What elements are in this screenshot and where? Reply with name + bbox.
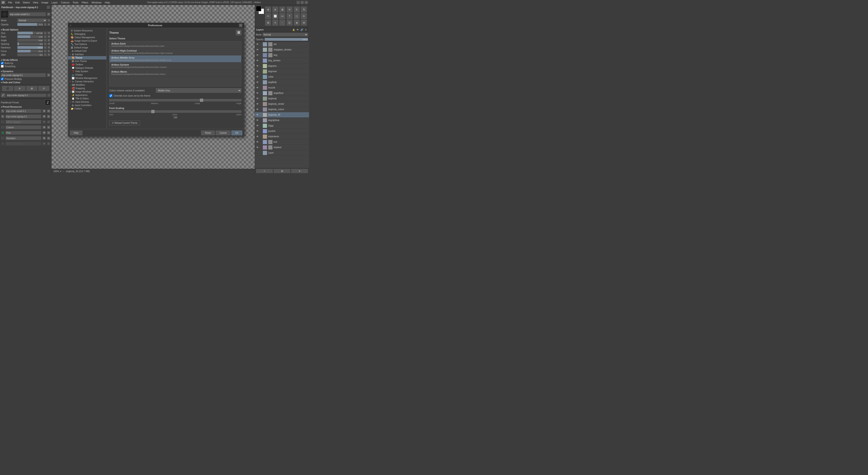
nav-item-theme[interactable]: 🎨 Theme bbox=[68, 56, 106, 60]
tool-eraser[interactable]: ◻ bbox=[293, 13, 300, 19]
smoothing-checkbox[interactable] bbox=[1, 65, 4, 68]
minimize-button[interactable]: − bbox=[296, 1, 300, 4]
layer-item-19[interactable]: 👁 shipfeet bbox=[255, 145, 309, 150]
dialog-close-button[interactable]: × bbox=[239, 24, 242, 27]
hardness-slider[interactable]: 100.0 bbox=[17, 46, 43, 49]
preset-item-action-2[interactable]: ⊡ bbox=[47, 120, 51, 124]
font-scale-track[interactable] bbox=[109, 110, 241, 113]
preset-item-action-4[interactable]: ⊡ bbox=[47, 131, 51, 134]
tool-zoom-in[interactable]: ⊕ bbox=[265, 6, 271, 13]
layers-link-icon[interactable]: 🔗 bbox=[300, 28, 304, 31]
layer-vis-16[interactable]: 👁 bbox=[256, 130, 259, 133]
layer-duplicate-btn[interactable]: ⊞ bbox=[274, 169, 291, 173]
nav-item-image-import-export[interactable]: 📤 Image Import & Export bbox=[68, 39, 106, 42]
layer-item-7[interactable]: 👁 dogBelly bbox=[255, 80, 309, 85]
pressure-multiply-checkbox[interactable] bbox=[1, 77, 4, 80]
nav-item-snapping[interactable]: 🧲 Snapping bbox=[68, 87, 106, 90]
dynamics-header[interactable]: Dynamics bbox=[1, 70, 51, 73]
layer-vis-11[interactable]: 👁 bbox=[256, 102, 259, 106]
colour-scheme-select[interactable]: Middle Grey Dark Light bbox=[156, 88, 241, 93]
tool-extra-4[interactable]: ⊡ bbox=[286, 20, 293, 26]
brush-reset-button[interactable]: ↺ bbox=[47, 12, 51, 16]
override-icon-checkbox[interactable] bbox=[109, 94, 113, 97]
layers-opacity-slider[interactable]: 100.0 bbox=[265, 38, 308, 41]
opacity-slider[interactable]: 77.0 bbox=[17, 23, 43, 26]
ratio-slider[interactable]: 1.00 bbox=[17, 35, 43, 38]
nav-item-icon-theme[interactable]: 🖼 Icon Theme bbox=[68, 60, 106, 63]
layer-item-0[interactable]: 👁 ufo bbox=[255, 42, 309, 47]
panel-menu-icon[interactable] bbox=[47, 6, 50, 9]
preset-item-vis-6[interactable]: 👁 bbox=[42, 142, 46, 146]
preset-item-vis-0[interactable]: 👁 bbox=[42, 109, 46, 113]
preset-item-vis-2[interactable]: 👁 bbox=[42, 120, 46, 124]
layer-item-16[interactable]: 👁 joystick bbox=[255, 128, 309, 134]
menu-edit[interactable]: Edit bbox=[14, 1, 21, 4]
zoom-control[interactable]: 100% ▾ bbox=[53, 170, 61, 172]
opacity-minus[interactable]: − bbox=[44, 23, 47, 26]
theme-item-0[interactable]: Artbox-Dark/home/mark/code/gnome/share/a… bbox=[110, 41, 241, 49]
tool-action-3[interactable]: ⊞ bbox=[26, 86, 37, 91]
buildup-checkbox[interactable] bbox=[1, 62, 4, 64]
icon-size-handle[interactable] bbox=[200, 99, 203, 102]
layer-item-8[interactable]: 👁 muzzle bbox=[255, 85, 309, 91]
layer-delete-btn[interactable]: ✕ bbox=[291, 169, 308, 173]
help-button[interactable]: Help bbox=[70, 130, 82, 135]
nav-item-folders[interactable]: 📁 Folders bbox=[68, 107, 106, 110]
preset-item-action-3[interactable]: ⊡ bbox=[47, 126, 51, 129]
font-scale-handle[interactable] bbox=[151, 110, 155, 113]
active-brush-menu[interactable] bbox=[47, 94, 51, 97]
layer-vis-20[interactable] bbox=[256, 151, 259, 155]
force-slider[interactable]: 51.0 bbox=[17, 50, 43, 53]
reset-button[interactable]: Reset bbox=[201, 130, 215, 135]
layer-vis-14[interactable]: 👁 bbox=[256, 119, 259, 122]
layer-item-11[interactable]: 👁 dogbody_stroke bbox=[255, 101, 309, 107]
layer-item-13[interactable]: 👁 dogbody_fill bbox=[255, 112, 309, 118]
tool-action-4[interactable]: ↺ bbox=[38, 86, 50, 91]
layers-lock-icon[interactable]: 🔒 bbox=[292, 28, 296, 31]
preset-item-action-0[interactable]: ⊡ bbox=[47, 109, 51, 113]
force-minus[interactable]: − bbox=[44, 50, 47, 53]
jitter-slider[interactable]: 0.0 bbox=[17, 53, 43, 56]
layer-item-18[interactable]: 👁 hull bbox=[255, 139, 309, 145]
theme-icon-btn[interactable]: 🖼 bbox=[236, 30, 241, 35]
hardness-minus[interactable]: − bbox=[44, 46, 47, 49]
stroke-effects-header[interactable]: Stroke Effects bbox=[1, 58, 51, 62]
preset-resources-header[interactable]: Preset Resources bbox=[1, 106, 51, 108]
tool-fit[interactable]: ⊠ bbox=[279, 6, 285, 13]
layer-item-2[interactable]: 👁 dog bbox=[255, 53, 309, 58]
tool-select-rect[interactable]: ⬜ bbox=[272, 13, 278, 19]
theme-item-1[interactable]: Artbox-High-Contrast/home/mark/code/gnom… bbox=[110, 49, 241, 55]
tool-crosshair[interactable]: ✛ bbox=[286, 6, 293, 13]
nav-item-display[interactable]: 📺 Display bbox=[68, 73, 106, 76]
theme-item-2[interactable]: Artbox-Middle-Grey/home/mark/code/gnome/… bbox=[110, 55, 241, 62]
layer-vis-6[interactable]: 👁 bbox=[256, 75, 259, 78]
preset-item-vis-1[interactable]: 👁 bbox=[42, 115, 46, 118]
angle-slider[interactable]: 0.00 bbox=[17, 39, 43, 42]
tool-flip[interactable]: ⇅ bbox=[301, 6, 307, 13]
icon-size-track[interactable] bbox=[109, 99, 241, 101]
layer-vis-9[interactable]: 👁 bbox=[256, 92, 259, 95]
preset-item-vis-3[interactable]: 👁 bbox=[42, 126, 46, 129]
nav-item-input-devices[interactable]: ▾🎮 Input Devices bbox=[68, 100, 106, 104]
tool-select-lasso[interactable]: ⊷ bbox=[279, 13, 285, 19]
menu-filters[interactable]: Filters bbox=[80, 1, 90, 4]
maximize-button[interactable]: □ bbox=[301, 1, 304, 4]
nav-item-help-system[interactable]: ❓ Help System bbox=[68, 70, 106, 73]
layers-eye-icon[interactable]: 👁 bbox=[296, 28, 300, 31]
layer-item-17[interactable]: 👁 shipinterior bbox=[255, 134, 309, 139]
theme-item-4[interactable]: Artbox-Warm/home/mark/code/gnome/share/a… bbox=[110, 69, 241, 76]
tool-extra-2[interactable]: ≡ bbox=[272, 20, 278, 26]
tool-extra-1[interactable]: ⊞ bbox=[265, 20, 271, 26]
layer-item-6[interactable]: 👁 collar bbox=[255, 74, 309, 80]
jitter-minus[interactable]: − bbox=[44, 53, 47, 56]
layer-vis-17[interactable]: 👁 bbox=[256, 135, 259, 138]
layer-vis-2[interactable]: 👁 bbox=[256, 54, 259, 57]
menu-view[interactable]: View bbox=[31, 1, 39, 4]
reload-theme-button[interactable]: ↺ Reload Current Theme bbox=[109, 121, 140, 125]
tool-extra-6[interactable]: ⊕ bbox=[301, 20, 307, 26]
mode-extra-btn[interactable]: ⋮ bbox=[47, 19, 51, 22]
preset-item-vis-5[interactable]: 👁 bbox=[42, 136, 46, 140]
spacing-plus[interactable]: + bbox=[47, 42, 51, 45]
nav-item-default-image[interactable]: 🖼 Default Image bbox=[68, 46, 106, 49]
ratio-plus[interactable]: + bbox=[47, 35, 51, 38]
